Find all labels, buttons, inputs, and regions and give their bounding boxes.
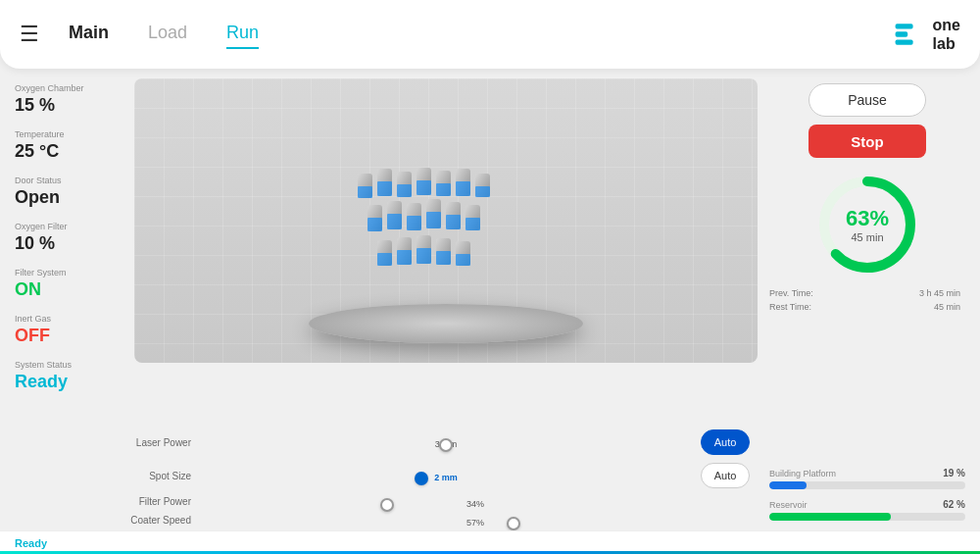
- slider-filter-power-label: Filter Power: [122, 496, 191, 507]
- progress-reservoir-fill: [769, 513, 891, 521]
- menu-icon[interactable]: ☰: [20, 22, 39, 47]
- slider-row-laser-power: Laser Power 3 mm Auto: [122, 429, 750, 455]
- sliders-section: Laser Power 3 mm Auto Spot Size 2 mm Aut…: [122, 429, 750, 526]
- svg-rect-8: [397, 184, 412, 197]
- slider-filter-power-value-label: 34%: [201, 499, 750, 509]
- progress-reservoir-bar: [769, 513, 965, 521]
- slider-spot-size-value-label: 2 mm: [201, 473, 691, 482]
- progress-building-platform-bar: [769, 481, 965, 489]
- slider-coater-speed-value-label: 57%: [201, 518, 750, 528]
- logo-text: one lab: [933, 16, 960, 53]
- progress-building-platform: Building Platform 19 %: [769, 468, 965, 489]
- slider-spot-size-label: Spot Size: [122, 471, 191, 481]
- tab-main[interactable]: Main: [69, 23, 109, 47]
- stat-system-status-value: Ready: [15, 372, 122, 392]
- progress-donut: 63% 45 min: [813, 171, 921, 278]
- progress-reservoir-pct: 62 %: [943, 499, 965, 510]
- svg-rect-32: [397, 250, 412, 265]
- pause-button[interactable]: Pause: [808, 83, 926, 117]
- stat-inert-gas-value: OFF: [15, 326, 122, 346]
- parts-3d: [328, 159, 564, 316]
- stat-filter-system-value: ON: [15, 279, 122, 300]
- svg-rect-0: [895, 24, 912, 28]
- slider-coater-speed-label: Coater Speed: [122, 515, 191, 526]
- tab-run[interactable]: Run: [226, 23, 259, 47]
- nav-tabs: Main Load Run: [69, 23, 259, 47]
- slider-row-spot-size: Spot Size 2 mm Auto: [122, 463, 750, 488]
- tab-load[interactable]: Load: [148, 23, 187, 47]
- stat-oxygen-filter: Oxygen Filter 10 %: [15, 222, 122, 254]
- parts-svg: [328, 159, 564, 316]
- stat-door-value: Open: [15, 187, 122, 208]
- svg-rect-6: [377, 181, 392, 196]
- prev-time-label: Prev. Time:: [769, 286, 813, 300]
- stop-button[interactable]: Stop: [808, 125, 926, 158]
- stat-oxygen-chamber: Oxygen Chamber 15 %: [15, 83, 122, 116]
- svg-rect-10: [416, 180, 431, 195]
- stat-system-status: System Status Ready: [15, 360, 122, 392]
- svg-rect-1: [895, 31, 907, 36]
- donut-time: 45 min: [851, 231, 883, 243]
- stat-filter-system: Filter System ON: [15, 268, 122, 300]
- slider-spot-size-auto-btn[interactable]: Auto: [701, 463, 750, 488]
- logo-icon: [892, 17, 927, 52]
- stat-system-status-label: System Status: [15, 360, 122, 370]
- progress-building-platform-pct: 19 %: [943, 468, 965, 478]
- rest-time-value: 45 min: [934, 300, 960, 314]
- svg-rect-18: [368, 218, 382, 231]
- stat-door-label: Door Status: [15, 176, 122, 185]
- svg-rect-34: [416, 248, 431, 264]
- slider-row-coater-speed: Coater Speed 57%: [122, 515, 750, 526]
- stat-door-status: Door Status Open: [15, 176, 122, 208]
- svg-rect-14: [456, 181, 470, 196]
- progress-section: Building Platform 19 % Reservoir 62 %: [769, 468, 965, 526]
- stat-oxygen-filter-value: 10 %: [15, 233, 122, 254]
- progress-building-platform-fill: [769, 481, 807, 489]
- header: ☰ Main Load Run one lab: [0, 0, 980, 69]
- svg-rect-16: [475, 186, 490, 197]
- svg-rect-2: [895, 39, 912, 44]
- donut-center: 63% 45 min: [813, 171, 921, 278]
- svg-rect-4: [358, 186, 372, 198]
- bottom-section: Laser Power 3 mm Auto Spot Size 2 mm Aut…: [0, 429, 980, 530]
- stat-oxygen-filter-label: Oxygen Filter: [15, 222, 122, 231]
- svg-rect-12: [436, 183, 451, 196]
- right-panel: Pause Stop 63% 45 min Prev. Time: 3 h 45…: [769, 78, 965, 422]
- svg-rect-28: [466, 218, 480, 230]
- left-panel: Oxygen Chamber 15 % Temperature 25 °C Do…: [15, 78, 122, 422]
- stat-oxygen-chamber-label: Oxygen Chamber: [15, 83, 122, 93]
- stat-temperature: Temperature 25 °C: [15, 129, 122, 162]
- svg-rect-38: [456, 254, 470, 266]
- stat-filter-system-label: Filter System: [15, 268, 122, 277]
- slider-laser-power-label: Laser Power: [122, 437, 191, 448]
- svg-rect-22: [407, 216, 421, 230]
- progress-reservoir: Reservoir 62 %: [769, 499, 965, 521]
- slider-row-filter-power: Filter Power 34%: [122, 496, 750, 507]
- svg-rect-26: [446, 215, 461, 229]
- time-info: Prev. Time: 3 h 45 min Rest Time: 45 min: [769, 286, 965, 315]
- donut-percent: 63%: [846, 206, 889, 231]
- status-text: Ready: [15, 537, 47, 549]
- rest-time-label: Rest Time:: [769, 300, 811, 314]
- stat-oxygen-chamber-value: 15 %: [15, 95, 122, 116]
- progress-building-platform-label: Building Platform: [769, 469, 836, 478]
- svg-rect-20: [387, 214, 402, 229]
- progress-reservoir-label: Reservoir: [769, 500, 808, 510]
- main-content: Oxygen Chamber 15 % Temperature 25 °C Do…: [0, 69, 980, 429]
- prev-time-value: 3 h 45 min: [919, 286, 960, 300]
- stat-temperature-label: Temperature: [15, 129, 122, 139]
- svg-rect-36: [436, 251, 451, 265]
- stat-temperature-value: 25 °C: [15, 141, 122, 162]
- logo: one lab: [892, 16, 960, 53]
- stat-inert-gas-label: Inert Gas: [15, 314, 122, 324]
- svg-rect-24: [426, 212, 441, 228]
- slider-laser-power-auto-btn[interactable]: Auto: [701, 429, 750, 455]
- svg-rect-30: [377, 253, 392, 266]
- stat-inert-gas: Inert Gas OFF: [15, 314, 122, 346]
- 3d-viewport: [134, 78, 758, 363]
- status-bar: Ready: [0, 530, 980, 554]
